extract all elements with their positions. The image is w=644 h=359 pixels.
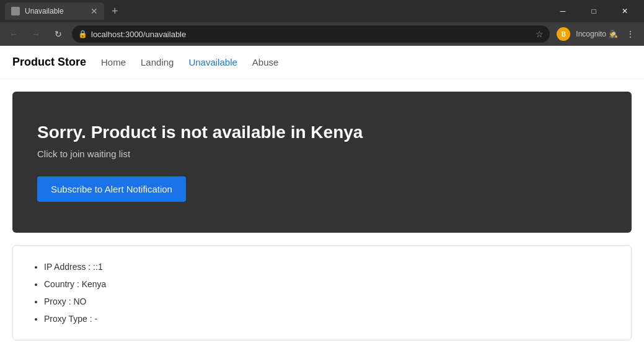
- hero-subtitle: Click to join waiting list: [37, 149, 607, 159]
- forward-button[interactable]: →: [27, 25, 45, 43]
- brave-logo-icon: B: [557, 27, 570, 41]
- list-item-proxy-type: Proxy Type : -: [44, 310, 612, 327]
- restore-button[interactable]: □: [580, 2, 608, 20]
- browser-tab[interactable]: Unavailable ✕: [5, 2, 104, 20]
- toolbar-icons: B Incognito 🕵️ ⋮: [555, 25, 639, 43]
- page-content: Product Store Home Landing Unavailable A…: [0, 46, 644, 340]
- nav-bar: Product Store Home Landing Unavailable A…: [0, 46, 644, 79]
- tab-favicon-icon: [11, 7, 20, 15]
- brave-shield-icon[interactable]: B: [555, 25, 572, 43]
- info-list: IP Address : ::1 Country : Kenya Proxy :…: [32, 258, 612, 327]
- incognito-icon: 🕵️: [609, 30, 618, 38]
- list-item-proxy: Proxy : NO: [44, 293, 612, 310]
- incognito-label: Incognito 🕵️: [576, 30, 618, 38]
- url-text: localhost:3000/unavailable: [91, 30, 532, 39]
- list-item-country: Country : Kenya: [44, 275, 612, 293]
- hero-banner: Sorry. Product is not available in Kenya…: [12, 92, 632, 233]
- info-card: IP Address : ::1 Country : Kenya Proxy :…: [12, 245, 632, 340]
- back-button[interactable]: ←: [5, 25, 22, 43]
- bookmark-icon[interactable]: ☆: [536, 29, 544, 39]
- refresh-button[interactable]: ↻: [50, 25, 67, 43]
- nav-link-landing[interactable]: Landing: [141, 57, 174, 67]
- menu-button[interactable]: ⋮: [622, 25, 639, 43]
- window-controls: ─ □ ✕: [549, 2, 639, 20]
- list-item-ip: IP Address : ::1: [44, 258, 612, 275]
- minimize-button[interactable]: ─: [549, 2, 577, 20]
- nav-link-unavailable[interactable]: Unavailable: [188, 57, 237, 67]
- browser-chrome: Unavailable ✕ + ─ □ ✕: [0, 0, 644, 22]
- subscribe-button[interactable]: Subscribe to Alert Notification: [37, 176, 186, 202]
- address-bar-row: ← → ↻ 🔒 localhost:3000/unavailable ☆ B I…: [0, 22, 644, 46]
- new-tab-button[interactable]: +: [108, 5, 122, 18]
- nav-brand: Product Store: [12, 56, 86, 69]
- close-button[interactable]: ✕: [611, 2, 639, 20]
- tab-title: Unavailable: [25, 7, 64, 15]
- tab-close-icon[interactable]: ✕: [90, 6, 98, 16]
- nav-link-abuse[interactable]: Abuse: [252, 57, 279, 67]
- nav-link-home[interactable]: Home: [101, 57, 126, 67]
- hero-title: Sorry. Product is not available in Kenya: [37, 123, 607, 142]
- address-bar[interactable]: 🔒 localhost:3000/unavailable ☆: [72, 25, 550, 43]
- lock-icon: 🔒: [78, 30, 87, 38]
